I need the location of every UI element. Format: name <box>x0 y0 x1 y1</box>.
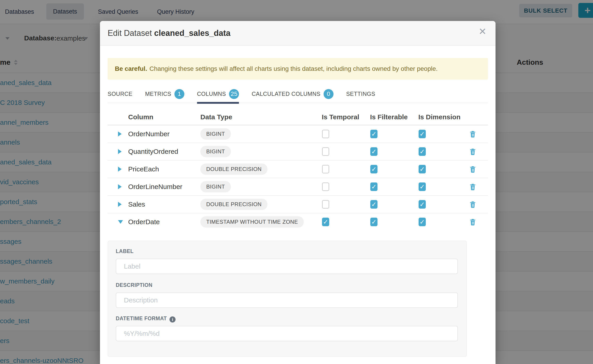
delete-column-icon[interactable] <box>469 165 477 173</box>
tab[interactable]: CALCULATED COLUMNS 0 <box>252 85 333 103</box>
data-type-pill: BIGINT <box>200 128 231 140</box>
tab[interactable]: METRICS 1 <box>145 85 184 103</box>
is-filterable-checkbox[interactable] <box>370 200 377 209</box>
tab-label: SETTINGS <box>346 91 375 97</box>
close-icon[interactable]: ✕ <box>479 27 487 36</box>
is-temporal-checkbox[interactable] <box>322 130 329 138</box>
data-type-pill: DOUBLE PRECISION <box>200 199 267 210</box>
column-row: OrderLineNumber BIGINT <box>108 178 488 196</box>
column-name: OrderLineNumber <box>128 183 182 191</box>
is-temporal-checkbox[interactable] <box>322 200 329 209</box>
column-name: PriceEach <box>128 165 159 173</box>
column-row: Sales DOUBLE PRECISION <box>108 196 488 213</box>
is-filterable-checkbox[interactable] <box>370 182 377 191</box>
tab-count-badge: 0 <box>323 89 334 99</box>
modal-tabs: SOURCE METRICS 1 COLUMNS 25 CALCULATED C… <box>108 85 488 103</box>
delete-column-icon[interactable] <box>469 130 477 138</box>
info-icon[interactable]: i <box>170 316 176 323</box>
expand-caret-icon[interactable] <box>118 202 122 207</box>
tab-label: COLUMNS <box>197 91 226 97</box>
is-dimension-checkbox[interactable] <box>419 182 426 191</box>
column-row: OrderDate TIMESTAMP WITHOUT TIME ZONE <box>108 213 488 230</box>
tab[interactable]: COLUMNS 25 <box>197 85 239 103</box>
column-name: QuantityOrdered <box>128 148 178 155</box>
expand-caret-icon[interactable] <box>118 220 123 224</box>
tab-label: METRICS <box>145 91 171 97</box>
header-data-type: Data Type <box>200 113 232 121</box>
tab-label: SOURCE <box>108 91 132 97</box>
tab-label: CALCULATED COLUMNS <box>252 91 320 97</box>
tab-count-badge: 1 <box>174 89 184 99</box>
expand-caret-icon[interactable] <box>118 131 122 136</box>
expand-caret-icon[interactable] <box>118 149 122 154</box>
is-dimension-checkbox[interactable] <box>419 147 426 156</box>
description-field-label: DESCRIPTION <box>116 282 152 288</box>
data-type-pill: DOUBLE PRECISION <box>200 163 267 175</box>
is-temporal-checkbox[interactable] <box>322 182 329 191</box>
warning-bold-text: Be careful. <box>115 65 147 72</box>
column-row: PriceEach DOUBLE PRECISION <box>108 161 488 178</box>
is-dimension-checkbox[interactable] <box>419 218 426 226</box>
data-type-pill: BIGINT <box>200 146 231 157</box>
is-temporal-checkbox[interactable] <box>322 147 329 156</box>
tab-count-badge: 25 <box>229 89 239 99</box>
is-filterable-checkbox[interactable] <box>370 147 377 156</box>
column-row: QuantityOrdered BIGINT <box>108 143 488 161</box>
modal-header: Edit Datasetcleaned_sales_data ✕ <box>100 21 495 46</box>
datetime-format-field-label: DATETIME FORMATi <box>116 316 176 323</box>
delete-column-icon[interactable] <box>469 218 477 226</box>
app-screen: Databases Datasets Saved Queries Query H… <box>0 0 593 364</box>
label-input[interactable] <box>116 259 458 274</box>
header-is-filterable: Is Filterable <box>370 113 408 121</box>
edit-dataset-modal: Edit Datasetcleaned_sales_data ✕ Be care… <box>100 21 495 364</box>
label-field-label: LABEL <box>116 248 134 254</box>
delete-column-icon[interactable] <box>469 200 477 209</box>
column-name: OrderDate <box>128 218 160 226</box>
column-detail-panel: LABEL DESCRIPTION DATETIME FORMATi <box>108 241 467 357</box>
is-filterable-checkbox[interactable] <box>370 165 377 173</box>
is-dimension-checkbox[interactable] <box>419 130 426 138</box>
expand-caret-icon[interactable] <box>118 167 122 172</box>
is-dimension-checkbox[interactable] <box>419 165 426 173</box>
data-type-pill: TIMESTAMP WITHOUT TIME ZONE <box>200 216 304 228</box>
delete-column-icon[interactable] <box>469 147 477 156</box>
warning-text: Changing these settings will affect all … <box>149 65 438 72</box>
is-filterable-checkbox[interactable] <box>370 218 377 226</box>
tab[interactable]: SETTINGS <box>346 85 375 103</box>
description-input[interactable] <box>116 292 458 308</box>
is-dimension-checkbox[interactable] <box>419 200 426 209</box>
columns-table: OrderNumber BIGINT QuantityOrdered BIGIN… <box>108 125 488 230</box>
is-filterable-checkbox[interactable] <box>370 130 377 138</box>
columns-table-header: Column Data Type Is Temporal Is Filterab… <box>108 110 488 125</box>
header-column: Column <box>128 113 153 121</box>
column-name: Sales <box>128 201 145 208</box>
header-is-dimension: Is Dimension <box>418 113 461 121</box>
datetime-format-input[interactable] <box>116 326 458 341</box>
modal-title: Edit Datasetcleaned_sales_data <box>108 21 231 45</box>
data-type-pill: BIGINT <box>200 181 231 192</box>
tab[interactable]: SOURCE <box>108 85 132 103</box>
dataset-name: cleaned_sales_data <box>154 28 231 38</box>
delete-column-icon[interactable] <box>469 182 477 191</box>
header-is-temporal: Is Temporal <box>322 113 359 121</box>
is-temporal-checkbox[interactable] <box>322 218 329 226</box>
warning-banner: Be careful. Changing these settings will… <box>108 58 488 80</box>
column-row: OrderNumber BIGINT <box>108 125 488 143</box>
column-name: OrderNumber <box>128 130 170 138</box>
expand-caret-icon[interactable] <box>118 184 122 189</box>
is-temporal-checkbox[interactable] <box>322 165 329 173</box>
